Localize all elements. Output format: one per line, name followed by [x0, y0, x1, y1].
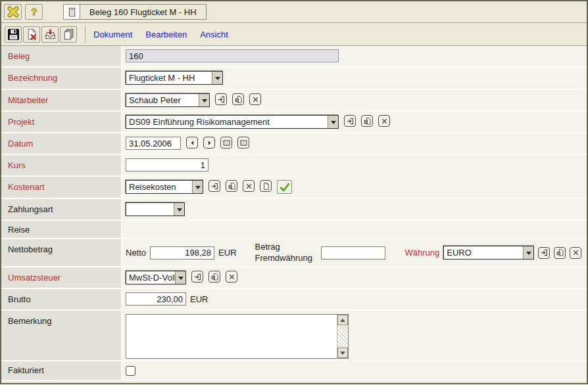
umsatzsteuer-pick-button[interactable]: [208, 271, 220, 283]
new-document-icon: [262, 182, 270, 191]
row-umsatzsteuer: Umsatzsteuer MwSt-D-Voll: [1, 267, 587, 289]
row-reise: Reise: [1, 221, 587, 239]
record-picker-icon: [228, 182, 236, 191]
kurs-input[interactable]: [126, 158, 208, 171]
kostenart-confirm-button[interactable]: [277, 180, 292, 194]
waehrung-clear-button[interactable]: [570, 247, 581, 259]
kostenart-pick-button[interactable]: [226, 180, 237, 192]
projekt-clear-button[interactable]: [378, 115, 390, 127]
zahlungsart-dropdown[interactable]: [126, 202, 185, 216]
kostenart-value: Reisekosten: [126, 181, 192, 193]
scroll-up-icon[interactable]: [337, 315, 348, 325]
waehrung-value: EURO: [444, 246, 523, 259]
mitarbeiter-jump-button[interactable]: [215, 93, 227, 105]
bemerkung-textarea-frame: [126, 314, 349, 359]
bezeichnung-label: Bezeichnung: [1, 68, 122, 89]
mitarbeiter-pick-button[interactable]: [232, 93, 244, 105]
fremdwaehrung-input[interactable]: [321, 246, 385, 260]
mitarbeiter-dropdown[interactable]: Schaub Peter: [126, 93, 210, 107]
beleg-window: ? Beleg 160 Flugticket M - HH: [0, 0, 588, 384]
chevron-down-icon[interactable]: [199, 94, 209, 106]
mitarbeiter-value: Schaub Peter: [126, 94, 199, 106]
inbox-arrow-icon: [44, 28, 57, 41]
next-day-button[interactable]: [203, 137, 215, 148]
calendar-period-button[interactable]: [237, 137, 249, 148]
kurs-label: Kurs: [1, 155, 122, 175]
row-bemerkung: Bemerkung: [1, 311, 587, 361]
arrow-left-icon: [188, 139, 197, 147]
kostenart-new-button[interactable]: [260, 180, 272, 192]
projekt-value: DS09 Einführung Risikomanagement: [126, 116, 328, 128]
row-bezeichnung: Bezeichnung Flugticket M - HH: [1, 68, 587, 90]
reise-label: Reise: [1, 221, 122, 238]
nettobetrag-label: Nettobetrag: [1, 239, 122, 266]
help-button[interactable]: ?: [25, 4, 43, 20]
kostenart-clear-button[interactable]: [243, 180, 255, 192]
beleg-input: [126, 49, 339, 62]
projekt-pick-button[interactable]: [361, 115, 373, 127]
row-kostenart: Kostenart Reisekosten: [1, 177, 587, 199]
document-icon: [63, 4, 80, 20]
clear-x-icon: [380, 117, 389, 125]
brutto-label: Brutto: [1, 289, 122, 309]
clear-x-icon: [572, 248, 580, 257]
beleg-form: Beleg Bezeichnung Flugticket M - HH Mita…: [1, 46, 587, 381]
netto-label: Netto: [126, 248, 146, 258]
save-icon: [7, 28, 20, 41]
clear-x-icon: [228, 273, 236, 281]
zahlungsart-value: [126, 203, 174, 216]
projekt-jump-button[interactable]: [344, 115, 356, 127]
umsatzsteuer-dropdown[interactable]: MwSt-D-Voll: [126, 271, 186, 285]
kostenart-jump-button[interactable]: [208, 180, 220, 192]
jump-to-record-icon: [540, 248, 549, 257]
archive-button[interactable]: [41, 26, 59, 43]
bezeichnung-value: Flugticket M - HH: [126, 72, 212, 84]
netto-input[interactable]: [150, 246, 214, 260]
fakturiert-checkbox[interactable]: [126, 366, 135, 376]
umsatzsteuer-clear-button[interactable]: [226, 271, 237, 283]
menu-bearbeiten[interactable]: Bearbeiten: [145, 30, 187, 39]
bezeichnung-dropdown[interactable]: Flugticket M - HH: [126, 71, 223, 85]
chevron-down-icon[interactable]: [523, 246, 533, 259]
save-button[interactable]: [5, 26, 22, 43]
mitarbeiter-label: Mitarbeiter: [1, 90, 122, 110]
projekt-dropdown[interactable]: DS09 Einführung Risikomanagement: [126, 115, 339, 129]
chevron-down-icon[interactable]: [174, 203, 184, 216]
menu-dokument[interactable]: Dokument: [93, 30, 132, 39]
bemerkung-textarea[interactable]: [126, 315, 337, 358]
waehrung-pick-button[interactable]: [554, 247, 566, 259]
record-picker-icon: [363, 117, 372, 125]
calendar-button[interactable]: [220, 137, 232, 148]
umsatzsteuer-jump-button[interactable]: [191, 271, 203, 283]
previous-day-button[interactable]: [186, 137, 198, 148]
waehrung-jump-button[interactable]: [538, 247, 550, 259]
help-icon: ?: [28, 6, 40, 18]
delete-document-button[interactable]: [23, 26, 40, 43]
scroll-down-icon[interactable]: [337, 348, 348, 358]
fremdwaehrung-label: Betrag Fremdwährung: [255, 242, 317, 263]
record-picker-icon: [234, 95, 243, 104]
mitarbeiter-clear-button[interactable]: [249, 93, 261, 105]
document-tab[interactable]: Beleg 160 Flugticket M - HH: [63, 4, 207, 20]
bemerkung-scrollbar[interactable]: [337, 315, 348, 358]
chevron-down-icon[interactable]: [175, 271, 185, 284]
row-zahlungsart: Zahlungsart: [1, 199, 587, 221]
kostenart-label: Kostenart: [1, 177, 122, 198]
menu-ansicht[interactable]: Ansicht: [200, 30, 228, 39]
row-nettobetrag: Nettobetrag Netto EUR Betrag Fremdwährun…: [1, 239, 587, 267]
copy-button[interactable]: [60, 26, 77, 43]
datum-input[interactable]: [126, 137, 181, 150]
close-icon: [7, 6, 19, 18]
chevron-down-icon[interactable]: [328, 116, 338, 128]
scrollbar-track[interactable]: [337, 325, 348, 348]
netto-currency-label: EUR: [218, 248, 236, 258]
projekt-label: Projekt: [1, 112, 122, 132]
close-button[interactable]: [4, 4, 22, 20]
chevron-down-icon[interactable]: [192, 181, 203, 193]
chevron-down-icon[interactable]: [212, 72, 222, 84]
toolbar: Dokument Bearbeiten Ansicht: [1, 23, 587, 46]
brutto-input[interactable]: [126, 292, 186, 306]
waehrung-dropdown[interactable]: EURO: [443, 246, 534, 260]
kostenart-dropdown[interactable]: Reisekosten: [126, 180, 203, 194]
copy-pages-icon: [62, 28, 75, 41]
